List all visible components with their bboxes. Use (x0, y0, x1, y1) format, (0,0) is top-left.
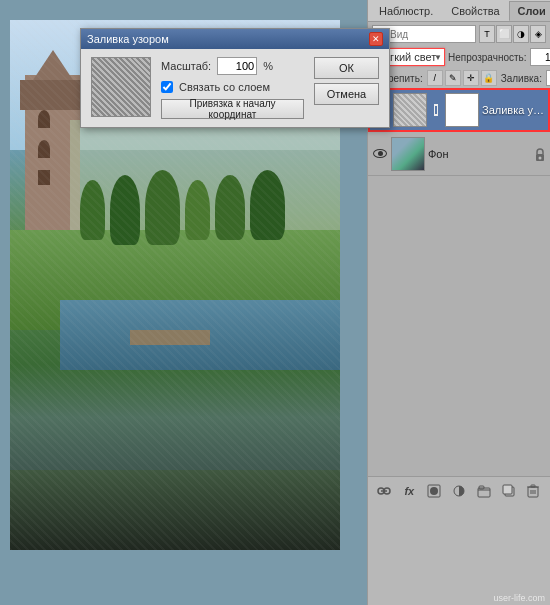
scale-label: Масштаб: (161, 60, 211, 72)
layer-thumb-photo (391, 137, 425, 171)
search-input[interactable] (390, 29, 472, 40)
search-controls: T ⬜ ◑ ◈ (479, 25, 546, 43)
layers-list: Заливка узором 1 Фон (368, 88, 550, 476)
dialog-pattern-preview (91, 57, 151, 117)
new-layer-btn[interactable] (498, 481, 520, 501)
link-layers-btn[interactable] (373, 481, 395, 501)
panel-tabs: Наблюстр. Свойства Слои » ☰ (368, 0, 550, 22)
layers-empty-space (368, 176, 550, 476)
dialog-title: Заливка узором (87, 33, 169, 45)
layer-visibility-background[interactable] (372, 146, 388, 162)
opacity-input[interactable] (530, 48, 550, 66)
eye-pupil-background (378, 151, 383, 156)
filter-color-btn[interactable]: ◑ (513, 25, 529, 43)
lock-row: Закрепить: / ✎ ✛ 🔒 Заливка: %▼ (368, 68, 550, 88)
scale-row: Масштаб: % (161, 57, 304, 75)
link-layer-label: Связать со слоем (179, 81, 270, 93)
layer-item-pattern[interactable]: Заливка узором 1 (368, 88, 550, 132)
scale-unit: % (263, 60, 273, 72)
tab-layers[interactable]: Слои (509, 1, 550, 21)
layer-styles-btn[interactable]: fx (398, 481, 420, 501)
svg-rect-18 (531, 485, 535, 487)
filter-smart-btn[interactable]: ◈ (530, 25, 546, 43)
fill-label: Заливка: (501, 73, 542, 84)
adjustment-layer-btn[interactable] (448, 481, 470, 501)
filter-adj-btn[interactable]: ⬜ (496, 25, 512, 43)
tab-properties[interactable]: Свойства (442, 1, 508, 21)
dialog-close-btn[interactable]: ✕ (369, 32, 383, 46)
fill-input[interactable] (546, 70, 550, 86)
layer-item-background[interactable]: Фон (368, 132, 550, 176)
search-bar: 🔍 T ⬜ ◑ ◈ (368, 22, 550, 46)
blend-mode-row: Мягкий свет Нормальный Умножение Экран П… (368, 46, 550, 68)
filter-type-btn[interactable]: T (479, 25, 495, 43)
photo-preview (392, 138, 424, 170)
snap-row: Привязка к началу координат (161, 99, 304, 119)
dialog-titlebar: Заливка узором ✕ (81, 29, 389, 49)
watermark: user-life.com (493, 593, 545, 603)
ok-btn[interactable]: ОК (314, 57, 379, 79)
dialog-controls: Масштаб: % Связать со слоем Привязка к н… (161, 57, 304, 119)
link-layer-row: Связать со слоем (161, 81, 304, 93)
dialog-body: Масштаб: % Связать со слоем Привязка к н… (81, 49, 389, 127)
svg-point-10 (430, 487, 438, 495)
scale-input[interactable] (217, 57, 257, 75)
lock-icon-background (534, 148, 546, 160)
delete-layer-btn[interactable] (522, 481, 544, 501)
mask-preview (446, 94, 478, 126)
lock-icons: / ✎ ✛ 🔒 (427, 70, 497, 86)
snap-btn[interactable]: Привязка к началу координат (161, 99, 304, 119)
lock-transparent-btn[interactable]: / (427, 70, 443, 86)
layer-link-icon[interactable] (430, 104, 442, 116)
layer-mask-btn[interactable] (423, 481, 445, 501)
lock-all-btn[interactable]: 🔒 (481, 70, 497, 86)
eye-icon-background (373, 149, 387, 158)
layer-name-background: Фон (428, 148, 531, 160)
layers-bottom-toolbar: fx (368, 476, 550, 504)
svg-rect-3 (437, 104, 438, 116)
lock-position-btn[interactable]: ✛ (463, 70, 479, 86)
layer-thumb-pattern (393, 93, 427, 127)
tab-navigator[interactable]: Наблюстр. (370, 1, 442, 21)
dialog-button-group: ОК Отмена (314, 57, 379, 119)
svg-rect-15 (503, 485, 512, 494)
new-group-btn[interactable] (473, 481, 495, 501)
right-panel: Наблюстр. Свойства Слои » ☰ 🔍 T ⬜ ◑ ◈ Мя… (367, 0, 550, 605)
layer-thumb-mask (445, 93, 479, 127)
svg-point-5 (539, 156, 542, 159)
cancel-btn[interactable]: Отмена (314, 83, 379, 105)
link-layer-checkbox[interactable] (161, 81, 173, 93)
svg-rect-2 (434, 104, 435, 116)
layer-name-pattern: Заливка узором 1 (482, 104, 544, 116)
pattern-fill-dialog[interactable]: Заливка узором ✕ Масштаб: % Связать со с… (80, 28, 390, 128)
lock-pixels-btn[interactable]: ✎ (445, 70, 461, 86)
pattern-preview (394, 94, 426, 126)
opacity-label: Непрозрачность: (448, 52, 527, 63)
